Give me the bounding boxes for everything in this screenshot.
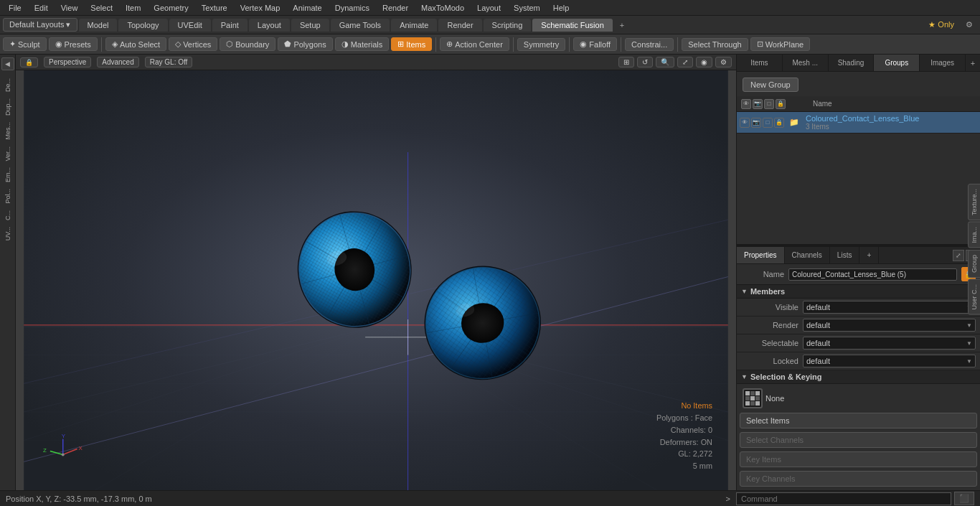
render-icon[interactable]: 📷 (751, 118, 761, 128)
viewport-shading[interactable]: Advanced (97, 57, 138, 67)
viewport-icon3[interactable]: 🔍 (656, 57, 674, 67)
tab-layout[interactable]: Layout (249, 19, 290, 32)
tab-topology[interactable]: Topology (118, 19, 167, 32)
menu-item-animate[interactable]: Animate (287, 2, 327, 14)
sidebar-item-dup[interactable]: Dup... (3, 95, 13, 118)
viewport-lock[interactable]: 🔒 (20, 57, 38, 67)
tab-groups[interactable]: Groups (874, 55, 920, 71)
viewport-mode[interactable]: Perspective (44, 57, 91, 67)
tab-animate[interactable]: Animate (391, 19, 437, 32)
edge-tab-texture[interactable]: Texture... (968, 184, 980, 220)
ptab-lists[interactable]: Lists (830, 247, 860, 263)
sidebar-item-c[interactable]: C... (3, 207, 13, 223)
group-box-icon[interactable]: □ (764, 99, 774, 109)
tab-uvedit[interactable]: UVEdit (169, 19, 211, 32)
key-items-button[interactable]: Key Items (740, 451, 977, 467)
tab-render[interactable]: Render (438, 19, 481, 32)
tab-scripting[interactable]: Scripting (484, 19, 532, 32)
layout-add-button[interactable]: + (614, 19, 630, 32)
command-btn[interactable]: ⬛ (954, 492, 974, 505)
group-cam-icon[interactable]: 📷 (753, 99, 763, 109)
tab-add[interactable]: + (966, 55, 980, 71)
items-button[interactable]: ⊞ Items (391, 37, 432, 51)
menu-item-help[interactable]: Help (547, 2, 575, 14)
viewport-raygl[interactable]: Ray GL: Off (145, 57, 193, 67)
tab-shading[interactable]: Shading (829, 55, 875, 71)
locked-dropdown[interactable]: default ▼ (803, 355, 976, 367)
menu-item-system[interactable]: System (508, 2, 546, 14)
sidebar-toggle[interactable]: ◀ (1, 57, 14, 70)
viewport-icon5[interactable]: ◉ (696, 57, 712, 67)
tab-setup[interactable]: Setup (291, 19, 329, 32)
visibility-icon[interactable]: 👁 (740, 118, 750, 128)
viewport-canvas[interactable]: No Items Polygons : Face Channels: 0 Def… (16, 70, 736, 490)
command-arrow[interactable]: > (723, 494, 733, 504)
sel-keying-header[interactable]: ▼ Selection & Keying (737, 370, 980, 384)
constraints-button[interactable]: Constrai... (625, 38, 674, 51)
polygons-button[interactable]: ⬟ Polygons (278, 37, 332, 51)
sculpt-button[interactable]: ✦ Sculpt (3, 37, 47, 51)
viewport-icon6[interactable]: ⚙ (715, 57, 732, 67)
expand-btn[interactable]: ⤢ (953, 250, 964, 261)
tab-gametools[interactable]: Game Tools (331, 19, 390, 32)
viewport-icon4[interactable]: ⤢ (677, 57, 693, 67)
menu-item-geometry[interactable]: Geometry (148, 2, 194, 14)
menu-item-texture[interactable]: Texture (196, 2, 233, 14)
group-lock-icon[interactable]: 🔒 (776, 99, 786, 109)
menu-item-render[interactable]: Render (377, 2, 414, 14)
menu-item-maxtomodo[interactable]: MaxToModo (415, 2, 470, 14)
ptab-properties[interactable]: Properties (737, 247, 785, 263)
menu-item-item[interactable]: Item (120, 2, 146, 14)
auto-select-button[interactable]: ◈ Auto Select (105, 37, 166, 51)
materials-button[interactable]: ◑ Materials (335, 37, 390, 51)
viewport-icon1[interactable]: ⊞ (618, 57, 634, 67)
tab-items[interactable]: Items (737, 55, 783, 71)
menu-item-select[interactable]: Select (85, 2, 118, 14)
sidebar-item-emit[interactable]: Em... (3, 164, 13, 185)
sidebar-item-poly[interactable]: Pol... (3, 186, 13, 207)
key-channels-button[interactable]: Key Channels (740, 471, 977, 487)
tab-model[interactable]: Model (79, 19, 118, 32)
sidebar-item-uv[interactable]: UV... (3, 224, 13, 243)
viewport[interactable]: 🔒 Perspective Advanced Ray GL: Off ⊞ ↺ 🔍… (16, 55, 736, 490)
menu-item-vertexmap[interactable]: Vertex Map (235, 2, 286, 14)
edge-tab-image[interactable]: Ima... (968, 222, 980, 248)
layout-dropdown[interactable]: Default Layouts ▾ (3, 18, 77, 32)
tab-images[interactable]: Images (920, 55, 966, 71)
layout-cog-button[interactable]: ⚙ (961, 19, 977, 31)
command-input[interactable] (736, 492, 951, 505)
presets-button[interactable]: ◉ Presets (49, 37, 98, 51)
tab-schematic-fusion[interactable]: Schematic Fusion (532, 19, 612, 32)
ptab-add[interactable]: + (859, 247, 879, 263)
group-eye-icon[interactable]: 👁 (741, 99, 751, 109)
falloff-button[interactable]: ◉ Falloff (573, 37, 617, 51)
menu-item-dynamics[interactable]: Dynamics (329, 2, 375, 14)
members-section-header[interactable]: ▼ Members (737, 285, 980, 299)
edge-tab-userc[interactable]: User C... (968, 279, 980, 315)
tab-paint[interactable]: Paint (212, 19, 248, 32)
boundary-button[interactable]: ⬡ Boundary (220, 37, 275, 51)
sidebar-item-vert[interactable]: Ver... (3, 144, 13, 164)
selectable-dropdown[interactable]: default ▼ (803, 337, 976, 350)
menu-item-layout[interactable]: Layout (471, 2, 507, 14)
select-through-button[interactable]: Select Through (682, 38, 748, 51)
vertices-button[interactable]: ◇ Vertices (169, 37, 217, 51)
select-items-button[interactable]: Select Items (740, 413, 977, 428)
action-center-button[interactable]: ⊕ Action Center (440, 37, 509, 51)
ptab-channels[interactable]: Channels (785, 247, 830, 263)
group-list-item[interactable]: 👁 📷 □ 🔒 📁 Coloured_Contact_Lenses_Blue 3… (737, 112, 980, 133)
new-group-button[interactable]: New Group (743, 78, 798, 92)
sidebar-item-mesh[interactable]: Mes... (3, 119, 13, 143)
visible-dropdown[interactable]: default ▼ (803, 301, 976, 314)
render-dropdown[interactable]: default ▼ (803, 319, 976, 332)
name-input[interactable] (788, 268, 957, 281)
menu-item-edit[interactable]: Edit (29, 2, 54, 14)
tab-mesh[interactable]: Mesh ... (783, 55, 829, 71)
lock2-icon[interactable]: 🔒 (774, 118, 784, 128)
select-channels-button[interactable]: Select Channels (740, 432, 977, 448)
menu-item-file[interactable]: File (3, 2, 27, 14)
symmetry-button[interactable]: Symmetry (517, 38, 566, 51)
sidebar-item-de[interactable]: De... (3, 75, 13, 95)
viewport-icon2[interactable]: ↺ (637, 57, 653, 67)
edge-tab-group[interactable]: Group (968, 250, 980, 278)
